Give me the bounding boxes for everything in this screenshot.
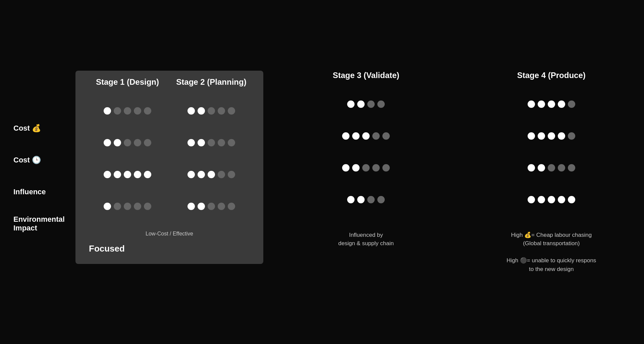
dot: [382, 164, 390, 171]
stage4-header: Stage 4 (Produce): [517, 71, 586, 80]
dot: [548, 132, 555, 140]
note-stage4: High 💰= Cheap labour chasing(Global tran…: [459, 231, 644, 274]
row-label-influence: Influence: [13, 178, 75, 206]
stage1-header: Stage 1 (Design): [96, 77, 159, 87]
dot: [198, 171, 205, 178]
dot: [352, 164, 360, 171]
note-stage4-text1: High 💰= Cheap labour chasing(Global tran…: [511, 232, 592, 247]
dot: [144, 107, 151, 115]
dot: [538, 196, 545, 203]
dot: [352, 132, 360, 140]
dot: [347, 196, 355, 203]
stage3-row-env: [347, 186, 385, 214]
dot: [208, 203, 215, 210]
dot: [208, 171, 215, 178]
dot: [114, 171, 121, 178]
stage2-row-influence: [187, 160, 235, 189]
dot: [114, 139, 121, 146]
stage2-dots: [187, 97, 235, 221]
stage4-row-influence: [528, 154, 575, 182]
stage1-row-cost-money: [104, 97, 151, 125]
dot: [228, 107, 235, 115]
dot: [342, 132, 350, 140]
dot: [187, 203, 195, 210]
dot: [134, 107, 141, 115]
dot: [114, 107, 121, 115]
dot: [367, 196, 375, 203]
dot: [198, 139, 205, 146]
dot: [198, 107, 205, 115]
right-area: Stage 3 (Validate): [273, 71, 644, 274]
focused-box: Stage 1 (Design): [75, 71, 263, 264]
dot: [538, 164, 545, 171]
dot: [228, 139, 235, 146]
dot: [124, 139, 131, 146]
dot: [558, 196, 565, 203]
focused-label: Focused: [86, 244, 253, 254]
dot: [144, 139, 151, 146]
stage1-row-influence: [104, 160, 151, 189]
low-cost-text: Low-Cost / Effective: [86, 231, 253, 237]
stage3-header: Stage 3 (Validate): [333, 71, 399, 80]
dot: [372, 132, 380, 140]
dot: [568, 132, 575, 140]
stage3-dots: [342, 90, 390, 214]
note-stage3-text: Influenced bydesign & supply chain: [338, 232, 394, 247]
dot: [114, 203, 121, 210]
dot: [104, 171, 111, 178]
dot: [528, 196, 535, 203]
dot: [208, 139, 215, 146]
dot: [218, 171, 225, 178]
dot: [198, 203, 205, 210]
dot: [377, 100, 385, 108]
dot: [187, 139, 195, 146]
note-stage4-text2: High ⚫= unable to quickly responsto the …: [506, 257, 596, 272]
dot: [218, 139, 225, 146]
dot: [382, 132, 390, 140]
dot: [538, 100, 545, 108]
stage2-row-cost-money: [187, 97, 235, 125]
stage2-row-env: [187, 192, 235, 221]
dot: [218, 203, 225, 210]
dot: [187, 107, 195, 115]
dot: [134, 139, 141, 146]
dot: [104, 107, 111, 115]
stage3-row-cost-time: [342, 122, 390, 150]
stage1-row-env: [104, 192, 151, 221]
row-label-env-impact: Environmental Impact: [13, 210, 75, 238]
dot: [104, 203, 111, 210]
dot: [528, 164, 535, 171]
dot: [558, 100, 565, 108]
stage4-row-cost-time: [528, 122, 575, 150]
dot: [347, 100, 355, 108]
main-container: Cost 💰 Cost 🕒 Influence Environmental Im…: [0, 51, 644, 294]
dot: [548, 100, 555, 108]
notes-row: Influenced bydesign & supply chain High …: [273, 231, 644, 274]
dot: [187, 171, 195, 178]
dot: [124, 107, 131, 115]
dot: [548, 196, 555, 203]
stage4-row-env: [528, 186, 575, 214]
stage2-header: Stage 2 (Planning): [176, 77, 246, 87]
stage1-dots: [104, 97, 151, 221]
dot: [218, 107, 225, 115]
dot: [362, 132, 370, 140]
dot: [124, 203, 131, 210]
row-label-cost-time: Cost 🕒: [13, 146, 75, 175]
stage2-row-cost-time: [187, 129, 235, 157]
dot: [144, 203, 151, 210]
dot: [558, 164, 565, 171]
row-label-cost-money: Cost 💰: [13, 114, 75, 143]
stage1-row-cost-time: [104, 129, 151, 157]
dot: [144, 171, 151, 178]
dot: [558, 132, 565, 140]
stage4-dots: [528, 90, 575, 214]
stage2-column: Stage 2 (Planning): [169, 77, 253, 221]
dot: [377, 196, 385, 203]
dot: [548, 164, 555, 171]
dot: [357, 100, 365, 108]
right-stages: Stage 3 (Validate): [273, 71, 644, 214]
dot: [367, 100, 375, 108]
focused-stages: Stage 1 (Design): [86, 77, 253, 221]
dot: [104, 139, 111, 146]
